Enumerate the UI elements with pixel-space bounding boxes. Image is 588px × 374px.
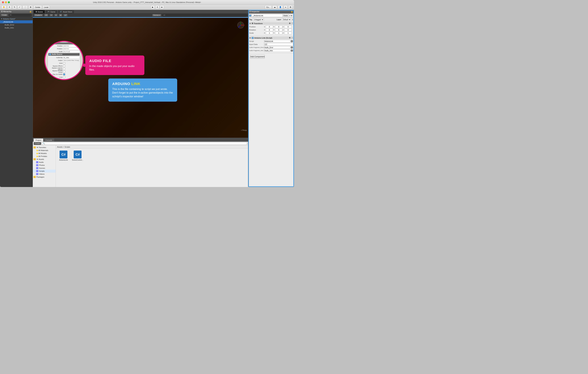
hierarchy-item-arduinogame[interactable]: ▼ Arduino Game* <box>0 17 33 20</box>
scene-search[interactable] <box>162 14 247 17</box>
script-settings[interactable]: ⚙ <box>289 37 291 39</box>
scenecontrol-name: SceneControl... <box>72 159 83 161</box>
audio-intro-picker-icon[interactable] <box>291 49 293 52</box>
transform-icon: ⊞ <box>252 22 253 24</box>
collab-button[interactable]: Co... <box>265 5 272 9</box>
hierarchy-lock[interactable]: 🔒 <box>29 11 32 13</box>
favorites-folder[interactable]: ▼ Favorites <box>33 146 56 149</box>
videos-folder[interactable]: Videos <box>33 172 56 175</box>
mute-row: Mute <box>48 62 80 64</box>
pause-button[interactable]: ⏸ <box>155 5 159 9</box>
tag-select[interactable]: Untagged <box>253 18 264 21</box>
scale-x-input[interactable] <box>266 32 273 34</box>
bypass-reverb-checkbox[interactable] <box>63 71 65 73</box>
hierarchy-item-audioerror[interactable]: Audio_Error <box>0 23 33 26</box>
inspector-lock[interactable]: 🔒 <box>291 11 293 13</box>
all-models-item[interactable]: ⭐ All Models <box>33 152 56 155</box>
static-select[interactable]: ▾ <box>289 14 293 17</box>
layers-button[interactable]: ≡ <box>284 5 288 9</box>
transform-settings[interactable]: ⚙ <box>289 22 291 24</box>
loop-checkbox[interactable] <box>63 76 65 78</box>
object-name-field[interactable] <box>252 14 283 17</box>
close-button[interactable] <box>2 1 4 3</box>
cloud-button[interactable]: ☁ <box>272 5 277 9</box>
scene-viewport[interactable]: X Y < Persp Transform Position X 0 Y 0 <box>33 18 248 138</box>
account-button[interactable]: 👤 <box>278 5 283 9</box>
hierarchy-search[interactable] <box>9 14 32 16</box>
scenes-folder[interactable]: Scenes <box>33 167 56 170</box>
script-picker-icon[interactable] <box>291 40 293 42</box>
scale-z-input[interactable] <box>284 32 292 34</box>
shaded-button[interactable]: Shaded ▾ <box>34 14 43 17</box>
audio-source-checkbox[interactable]: ✓ <box>49 53 51 55</box>
audio-button[interactable]: 🔊 <box>63 14 68 17</box>
hierarchy-item-audiointro[interactable]: Audio_Intro <box>0 26 33 29</box>
tab-game[interactable]: 🎮 Game <box>45 10 57 13</box>
assets-folder[interactable]: ▼ Assets <box>33 158 56 161</box>
tab-scene[interactable]: ⊞ Scene <box>33 10 45 13</box>
rotation-z-input[interactable] <box>284 29 292 31</box>
mute-checkbox[interactable] <box>63 62 65 64</box>
fx-button[interactable]: ✦ <box>54 14 58 17</box>
2d-button[interactable]: 2D <box>44 14 48 17</box>
hand-tool[interactable]: ✋ <box>1 5 7 9</box>
project-create-btn[interactable]: Create <box>34 142 41 145</box>
center-button[interactable]: Center <box>33 5 42 9</box>
bypass-listener-checkbox[interactable] <box>63 68 65 70</box>
input-data-field[interactable] <box>264 43 293 46</box>
photos-folder[interactable]: Photos <box>33 164 56 167</box>
hierarchy-create-btn[interactable]: Create <box>1 14 8 16</box>
bypass-effects-checkbox[interactable] <box>63 65 65 67</box>
maximize-button[interactable] <box>8 1 10 3</box>
scale-y-input[interactable] <box>275 32 282 34</box>
tab-console[interactable]: Console <box>43 139 54 142</box>
script-file-scenecontrol[interactable]: SceneControl... <box>72 150 83 161</box>
play-button[interactable]: ▶ <box>151 5 155 9</box>
all-materials-item[interactable]: ⭐ All Materials <box>33 149 56 152</box>
project-content: ArduinoLink SceneControl... <box>56 149 248 187</box>
audio-error-field[interactable] <box>264 46 290 49</box>
audio-intro-field-container <box>264 49 293 52</box>
rotation-x-input[interactable] <box>266 29 273 31</box>
script-menu[interactable]: ⋮ <box>291 37 293 39</box>
tab-project[interactable]: Project <box>33 139 43 142</box>
position-label: Position <box>48 45 63 47</box>
gizmos-button[interactable]: Gizmos ▾ <box>152 14 161 17</box>
scripts-folder[interactable]: Scripts <box>33 170 56 172</box>
add-component-button[interactable]: Add Component <box>250 55 265 59</box>
hierarchy-item-arduinolink[interactable]: _ArduinoLink <box>0 20 33 23</box>
position-y-input[interactable] <box>275 25 282 28</box>
transform-menu[interactable]: ⋮ <box>291 22 293 24</box>
scene-view-button[interactable]: ⊞ <box>59 14 62 17</box>
position-z-input[interactable] <box>284 25 292 28</box>
project-search[interactable] <box>42 142 247 145</box>
step-button[interactable]: ⏭ <box>160 5 164 9</box>
layer-select[interactable]: Default <box>282 18 291 21</box>
coord-indicator <box>245 77 248 78</box>
object-active-checkbox[interactable]: ✓ <box>249 15 251 17</box>
audio-folder[interactable]: Audio <box>33 161 56 164</box>
packages-folder[interactable]: Packages <box>33 175 56 179</box>
light-button[interactable]: ☀ <box>49 14 53 17</box>
move-tool[interactable]: ✛ <box>7 5 12 9</box>
project-panel: Project Console Create <box>33 138 248 187</box>
audio-intro-field[interactable] <box>264 49 290 52</box>
script-file-arduinolink[interactable]: ArduinoLink <box>58 150 69 161</box>
rect-tool[interactable]: ⬜ <box>22 5 28 9</box>
position-y-field: Y <box>273 25 282 28</box>
transform-tool[interactable]: ⊞ <box>28 5 33 9</box>
play-on-awake-checkbox[interactable]: ✓ <box>63 73 65 75</box>
x-label: X <box>264 26 266 28</box>
scale-tool[interactable]: ⤢ <box>17 5 22 9</box>
layout-button[interactable]: ⊞ <box>288 5 293 9</box>
local-button[interactable]: Local <box>42 5 50 9</box>
rotate-tool[interactable]: ↻ <box>12 5 17 9</box>
audio-error-picker-icon[interactable] <box>291 46 293 49</box>
script-field[interactable] <box>264 40 290 43</box>
all-prefabs-item[interactable]: ⭐ All Prefabs <box>33 155 56 158</box>
tab-asset-store[interactable]: 🛒 Asset Store <box>58 10 74 13</box>
position-x-input[interactable] <box>266 25 273 28</box>
minimize-button[interactable] <box>5 1 7 3</box>
rotation-y-input[interactable] <box>275 29 282 31</box>
script-active-checkbox[interactable]: ✓ <box>252 37 254 39</box>
